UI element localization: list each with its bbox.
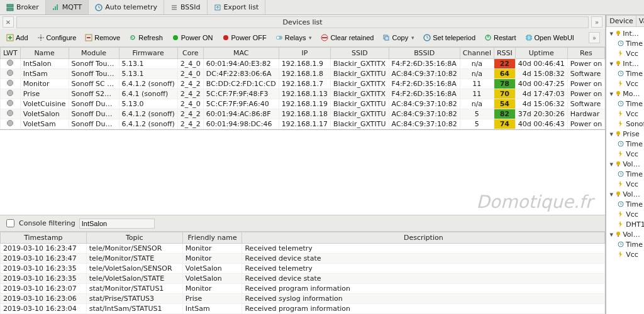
clear-retained-icon <box>321 34 328 41</box>
tree-col-value[interactable]: Value <box>636 16 644 27</box>
log-col-friendly name[interactable]: Friendly name <box>182 232 242 244</box>
console-filter-input[interactable] <box>79 219 155 229</box>
table-row[interactable]: 2019-03-10 16:23:35tele/VoletSalon/STATE… <box>1 274 605 284</box>
copy-icon <box>382 34 390 41</box>
table-row[interactable]: 2019-03-10 16:23:35tele/VoletSalon/SENSO… <box>1 264 605 274</box>
tree-leaf[interactable]: Time 2019-03-10T16:23:05 <box>606 68 644 78</box>
dev-col-bssid[interactable]: BSSID <box>389 48 460 59</box>
copy-button[interactable]: Copy <box>379 33 418 43</box>
devices-table[interactable]: LWTNameModuleFirmwareCoreMACIPSSIDBSSIDC… <box>0 47 605 129</box>
dev-col-ip[interactable]: IP <box>279 48 330 59</box>
tree-leaf[interactable]: Vcc 3,532 <box>606 209 644 219</box>
tree-leaf[interactable]: Time 2019-03-10T16:23:05 <box>606 239 644 249</box>
dev-col-uptime[interactable]: Uptime <box>515 48 567 59</box>
table-row[interactable]: 2019-03-10 16:23:47tele/Monitor/STATEMon… <box>1 254 605 264</box>
table-row[interactable]: 2019-03-10 16:23:07stat/Monitor/STATUS1M… <box>1 284 605 294</box>
dev-col-mac[interactable]: MAC <box>203 48 279 59</box>
list-icon <box>170 4 178 11</box>
tree-leaf[interactable]: Vcc 3,514 <box>606 179 644 189</box>
table-row[interactable]: PriseSonoff S2X (08)6.4.1 (sonoff)2_4_2 … <box>1 89 605 99</box>
tree-leaf[interactable]: Vcc 3,495 <box>606 109 644 119</box>
tree-leaf[interactable]: DHT11 <box>606 219 644 229</box>
console-filter-bar: Console filtering <box>0 215 605 232</box>
svg-point-23 <box>616 61 620 65</box>
tree-node[interactable]: ▾ VoletCuisine <box>606 159 644 169</box>
clock-icon <box>618 171 624 177</box>
tree-leaf[interactable]: Time 2019-03-10T16:23:35 <box>606 199 644 209</box>
device-tree[interactable]: ▾ IntSalon Time 2019-03-10T16:23:04 Vcc … <box>606 27 644 261</box>
log-col-timestamp[interactable]: Timestamp <box>1 232 87 244</box>
dev-col-module[interactable]: Module <box>69 48 119 59</box>
tree-node[interactable]: ▾ VoletSam <box>606 229 644 239</box>
log-col-topic[interactable]: Topic <box>86 232 182 244</box>
dev-col-rssi[interactable]: RSSI <box>494 48 515 59</box>
tree-leaf[interactable]: SonoffSC <box>606 119 644 129</box>
svg-point-8 <box>40 36 42 39</box>
table-row[interactable]: 2019-03-10 16:23:04stat/IntSam/STATUS1In… <box>1 304 605 314</box>
toolbar-overflow-button[interactable]: » <box>589 32 600 43</box>
tab-export list[interactable]: Export list <box>208 0 266 14</box>
log-table[interactable]: TimestampTopicFriendly nameDescription 2… <box>0 232 605 314</box>
tree-leaf[interactable]: Vcc 3,458 <box>606 149 644 159</box>
dev-col-ssid[interactable]: SSID <box>331 48 389 59</box>
tree-node[interactable]: ▾ Monitor <box>606 89 644 99</box>
table-row[interactable]: 2019-03-10 16:23:47tele/Monitor/SENSORMo… <box>1 244 605 254</box>
dev-col-channel[interactable]: Channel <box>460 48 494 59</box>
table-row[interactable]: VoletSamSonoff Dual R2 (39)6.4.1.2 (sono… <box>1 119 605 129</box>
dev-col-lwt[interactable]: LWT <box>1 48 21 59</box>
tree-leaf[interactable]: Time 2019-03-10T16:23:03 <box>606 139 644 149</box>
tree-toggle-icon[interactable]: ▾ <box>608 60 615 68</box>
console-filter-checkbox[interactable]: Console filtering <box>4 217 75 229</box>
tab-bssid[interactable]: BSSId <box>164 0 208 14</box>
dev-col-res[interactable]: Res <box>567 48 604 59</box>
restart-button[interactable]: Restart <box>480 33 519 43</box>
dev-col-firmware[interactable]: Firmware <box>119 48 177 59</box>
clock-icon <box>618 241 624 247</box>
devices-overflow-button[interactable]: » <box>591 16 602 28</box>
table-row[interactable]: IntSalonSonoff Touch (10)5.13.12_4_0 60:… <box>1 59 605 69</box>
log-col-description[interactable]: Description <box>242 232 605 244</box>
refresh-button[interactable]: Refresh <box>125 33 167 43</box>
dev-col-core[interactable]: Core <box>177 48 203 59</box>
tree-node[interactable]: ▾ Prise <box>606 129 644 139</box>
remove-button[interactable]: Remove <box>81 33 124 43</box>
refresh-icon <box>129 34 136 41</box>
power-off-button[interactable]: Power OFF <box>218 33 270 43</box>
tab-auto telemetry[interactable]: Auto telemetry <box>89 0 164 14</box>
tree-toggle-icon[interactable]: ▾ <box>608 160 615 168</box>
tree-col-device[interactable]: Device <box>607 16 636 27</box>
open-webui-button[interactable]: Open WebUI <box>521 33 578 43</box>
relays-button[interactable]: Relays <box>272 33 316 43</box>
configure-button[interactable]: Configure <box>33 33 80 43</box>
add-button[interactable]: Add <box>3 33 32 43</box>
tree-leaf[interactable]: Time 2019-03-10T16:23:05 <box>606 169 644 179</box>
tab-broker[interactable]: Broker <box>0 0 46 14</box>
tree-node[interactable]: ▾ IntSalon <box>606 28 644 38</box>
collapse-panel-button[interactable]: ✕ <box>3 16 14 28</box>
table-row[interactable]: 2019-03-10 16:23:06stat/Prise/STATUS3Pri… <box>1 294 605 304</box>
tree-leaf[interactable]: Time 2019-03-10T16:23:04 <box>606 38 644 48</box>
bolt-icon <box>618 221 624 227</box>
power-on-button[interactable]: Power ON <box>168 33 217 43</box>
tree-leaf[interactable]: Time 2019-03-10T16:23:47 <box>606 99 644 109</box>
table-row[interactable]: IntSamSonoff Touch (10)5.13.12_4_0 DC:4F… <box>1 69 605 79</box>
tree-node[interactable]: ▾ VoletSalon <box>606 189 644 199</box>
svg-point-11 <box>223 35 228 40</box>
bolt-icon <box>618 211 624 217</box>
tree-leaf[interactable]: Vcc 3,514 <box>606 249 644 259</box>
tree-toggle-icon[interactable]: ▾ <box>608 90 615 98</box>
table-row[interactable]: MonitorSonoff SC (21)6.4.1.2 (sonoff)2_4… <box>1 79 605 89</box>
dev-col-name[interactable]: Name <box>20 48 69 59</box>
table-row[interactable]: VoletCuisineSonoff Dual (05)5.13.02_4_0 … <box>1 99 605 109</box>
tree-leaf[interactable]: Vcc 3,442 <box>606 48 644 58</box>
table-row[interactable]: VoletSalonSonoff Dual R2 (39)6.4.1.2 (so… <box>1 109 605 119</box>
set-teleperiod-button[interactable]: Set teleperiod <box>419 33 479 43</box>
tree-toggle-icon[interactable]: ▾ <box>608 190 615 198</box>
clear-retained-button[interactable]: Clear retained <box>317 33 377 43</box>
tree-toggle-icon[interactable]: ▾ <box>608 130 615 138</box>
tree-toggle-icon[interactable]: ▾ <box>608 30 615 38</box>
tree-leaf[interactable]: Vcc 3,39 <box>606 78 644 89</box>
tree-toggle-icon[interactable]: ▾ <box>608 230 615 239</box>
tree-node[interactable]: ▾ IntSam <box>606 58 644 68</box>
tab-mqtt[interactable]: MQTT <box>46 0 89 14</box>
